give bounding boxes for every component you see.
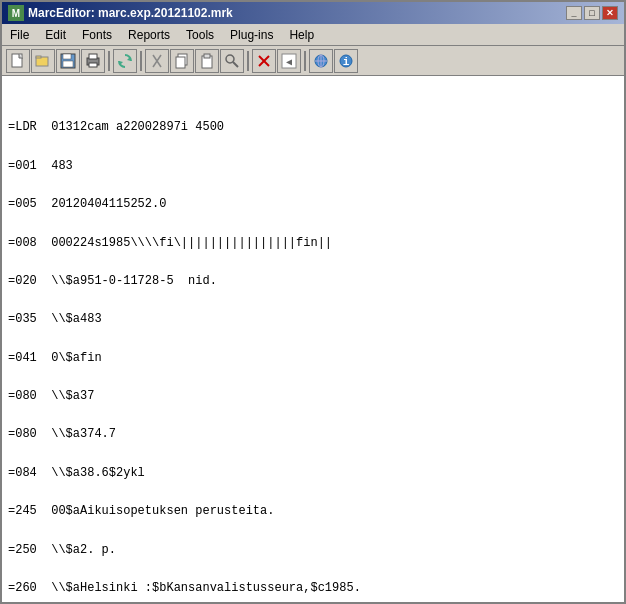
close-button[interactable]: ✕ <box>602 6 618 20</box>
web-button[interactable] <box>309 49 333 73</box>
info-button[interactable]: i <box>334 49 358 73</box>
marc-line-005: =005 20120404115252.0 <box>8 195 618 214</box>
marc-line-250: =250 \\$a2. p. <box>8 541 618 560</box>
marc-line-008: =008 000224s1985\\\\fi\||||||||||||||||f… <box>8 234 618 253</box>
toolbar-sep-4 <box>304 51 306 71</box>
marc-line-020: =020 \\$a951-0-11728-5 nid. <box>8 272 618 291</box>
save-button[interactable] <box>56 49 80 73</box>
toolbar-sep-2 <box>140 51 142 71</box>
menu-help[interactable]: Help <box>281 26 322 44</box>
refresh-button[interactable] <box>113 49 137 73</box>
svg-rect-7 <box>89 54 97 59</box>
svg-line-18 <box>233 62 238 67</box>
marc-line-080-b: =080 \\$a374.7 <box>8 425 618 444</box>
toolbar-sep-3 <box>247 51 249 71</box>
svg-rect-8 <box>89 63 97 67</box>
cut-button[interactable] <box>145 49 169 73</box>
app-icon: M <box>8 5 24 21</box>
new-button[interactable] <box>6 49 30 73</box>
title-bar-buttons: _ □ ✕ <box>566 6 618 20</box>
back-button[interactable]: ◀ <box>277 49 301 73</box>
svg-rect-14 <box>176 57 185 68</box>
title-bar-left: M MarcEditor: marc.exp.20121102.mrk <box>8 5 233 21</box>
marc-line-260: =260 \\$aHelsinki :$bKansanvalistusseura… <box>8 579 618 598</box>
marc-line-001: =001 483 <box>8 157 618 176</box>
menu-reports[interactable]: Reports <box>120 26 178 44</box>
open-button[interactable] <box>31 49 55 73</box>
window-title: MarcEditor: marc.exp.20121102.mrk <box>28 6 233 20</box>
svg-rect-4 <box>63 54 71 59</box>
find-button[interactable] <box>220 49 244 73</box>
menu-fonts[interactable]: Fonts <box>74 26 120 44</box>
svg-rect-2 <box>36 56 41 58</box>
menu-edit[interactable]: Edit <box>37 26 74 44</box>
menu-plugins[interactable]: Plug-ins <box>222 26 281 44</box>
copy-button[interactable] <box>170 49 194 73</box>
marc-line-245: =245 00$aAikuisopetuksen perusteita. <box>8 502 618 521</box>
menu-bar: File Edit Fonts Reports Tools Plug-ins H… <box>2 24 624 46</box>
marc-line-035: =035 \\$a483 <box>8 310 618 329</box>
svg-text:◀: ◀ <box>286 57 292 68</box>
svg-point-17 <box>226 55 234 63</box>
marc-line-ldr: =LDR 01312cam a22002897i 4500 <box>8 118 618 137</box>
svg-rect-16 <box>204 54 210 58</box>
marc-line-041: =041 0\$afin <box>8 349 618 368</box>
title-bar: M MarcEditor: marc.exp.20121102.mrk _ □ … <box>2 2 624 24</box>
toolbar-sep-1 <box>108 51 110 71</box>
main-window: M MarcEditor: marc.exp.20121102.mrk _ □ … <box>0 0 626 604</box>
toolbar: ◀ i <box>2 46 624 76</box>
minimize-button[interactable]: _ <box>566 6 582 20</box>
marc-line-084: =084 \\$a38.6$2ykl <box>8 464 618 483</box>
menu-file[interactable]: File <box>2 26 37 44</box>
marc-content[interactable]: =LDR 01312cam a22002897i 4500 =001 483 =… <box>2 76 624 602</box>
menu-tools[interactable]: Tools <box>178 26 222 44</box>
paste-button[interactable] <box>195 49 219 73</box>
print-button[interactable] <box>81 49 105 73</box>
maximize-button[interactable]: □ <box>584 6 600 20</box>
delete-button[interactable] <box>252 49 276 73</box>
svg-rect-5 <box>63 61 73 67</box>
marc-line-080-a: =080 \\$a37 <box>8 387 618 406</box>
svg-text:i: i <box>343 56 350 68</box>
